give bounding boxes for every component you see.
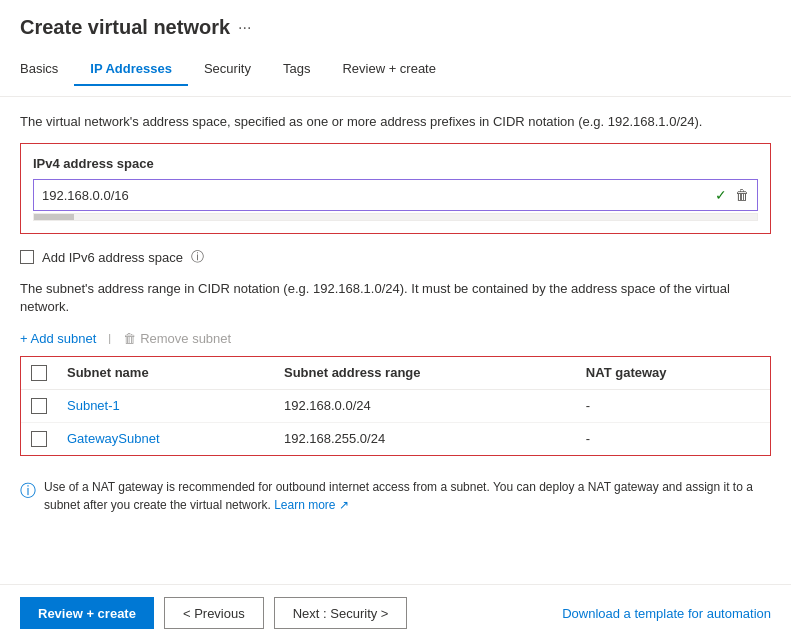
ipv6-checkbox-label: Add IPv6 address space	[42, 250, 183, 265]
subnet-actions: + Add subnet | 🗑 Remove subnet	[20, 331, 771, 346]
ipv6-checkbox[interactable]	[20, 250, 34, 264]
table-row: Subnet-1 192.168.0.0/24 -	[21, 389, 770, 422]
input-icons: ✓ 🗑	[715, 183, 757, 207]
info-banner-text: Use of a NAT gateway is recommended for …	[44, 478, 771, 514]
address-space-description: The virtual network's address space, spe…	[20, 113, 771, 131]
learn-more-link[interactable]: Learn more ↗	[274, 498, 349, 512]
tab-review-create[interactable]: Review + create	[326, 53, 452, 86]
valid-check-icon: ✓	[715, 187, 727, 203]
scrollbar-thumb	[34, 214, 74, 220]
ipv4-address-input[interactable]	[34, 180, 715, 210]
row2-checkbox-cell	[21, 422, 57, 455]
ipv4-address-space-section: IPv4 address space ✓ 🗑	[20, 143, 771, 234]
delete-address-icon[interactable]: 🗑	[731, 183, 753, 207]
subnet-1-link[interactable]: Subnet-1	[67, 398, 120, 413]
subnet-table-wrapper: Subnet name Subnet address range NAT gat…	[20, 356, 771, 456]
table-row: GatewaySubnet 192.168.255.0/24 -	[21, 422, 770, 455]
address-scrollbar[interactable]	[33, 213, 758, 221]
row1-checkbox[interactable]	[31, 398, 47, 414]
ipv6-info-icon[interactable]: ⓘ	[191, 248, 204, 266]
info-banner: ⓘ Use of a NAT gateway is recommended fo…	[20, 468, 771, 524]
download-template-link[interactable]: Download a template for automation	[562, 606, 771, 621]
add-subnet-label: + Add subnet	[20, 331, 96, 346]
tab-ip-addresses[interactable]: IP Addresses	[74, 53, 188, 86]
next-button[interactable]: Next : Security >	[274, 597, 408, 629]
select-all-checkbox[interactable]	[31, 365, 47, 381]
main-content: The virtual network's address space, spe…	[0, 97, 791, 584]
add-subnet-button[interactable]: + Add subnet	[20, 331, 96, 346]
remove-subnet-label: Remove subnet	[140, 331, 231, 346]
page-title: Create virtual network	[20, 16, 230, 39]
row1-address-range: 192.168.0.0/24	[274, 389, 576, 422]
table-header-row: Subnet name Subnet address range NAT gat…	[21, 357, 770, 390]
ellipsis-menu-icon[interactable]: ···	[238, 19, 251, 37]
col-header-address-range: Subnet address range	[274, 357, 576, 390]
tabs-bar: Basics IP Addresses Security Tags Review…	[20, 53, 771, 86]
row2-address-range: 192.168.255.0/24	[274, 422, 576, 455]
remove-subnet-icon: 🗑	[123, 331, 136, 346]
row2-checkbox[interactable]	[31, 431, 47, 447]
row1-nat-gateway: -	[576, 389, 770, 422]
tab-tags[interactable]: Tags	[267, 53, 326, 86]
row2-nat-gateway: -	[576, 422, 770, 455]
page-header: Create virtual network ··· Basics IP Add…	[0, 0, 791, 97]
subnet-table: Subnet name Subnet address range NAT gat…	[21, 357, 770, 455]
row1-checkbox-cell	[21, 389, 57, 422]
row2-subnet-name: GatewaySubnet	[57, 422, 274, 455]
gateway-subnet-link[interactable]: GatewaySubnet	[67, 431, 160, 446]
action-separator: |	[108, 332, 111, 344]
info-banner-icon: ⓘ	[20, 479, 36, 503]
footer: Review + create < Previous Next : Securi…	[0, 584, 791, 641]
ipv4-input-row: ✓ 🗑	[33, 179, 758, 211]
ipv4-section-label: IPv4 address space	[33, 156, 758, 171]
ipv6-checkbox-row: Add IPv6 address space ⓘ	[20, 248, 771, 266]
remove-subnet-button[interactable]: 🗑 Remove subnet	[123, 331, 231, 346]
subnet-description-text: The subnet's address range in CIDR notat…	[20, 281, 730, 314]
col-header-subnet-name: Subnet name	[57, 357, 274, 390]
tab-security[interactable]: Security	[188, 53, 267, 86]
subnet-description: The subnet's address range in CIDR notat…	[20, 280, 771, 316]
col-header-nat-gateway: NAT gateway	[576, 357, 770, 390]
tab-basics[interactable]: Basics	[20, 53, 74, 86]
previous-button[interactable]: < Previous	[164, 597, 264, 629]
col-header-checkbox	[21, 357, 57, 390]
review-create-button[interactable]: Review + create	[20, 597, 154, 629]
row1-subnet-name: Subnet-1	[57, 389, 274, 422]
